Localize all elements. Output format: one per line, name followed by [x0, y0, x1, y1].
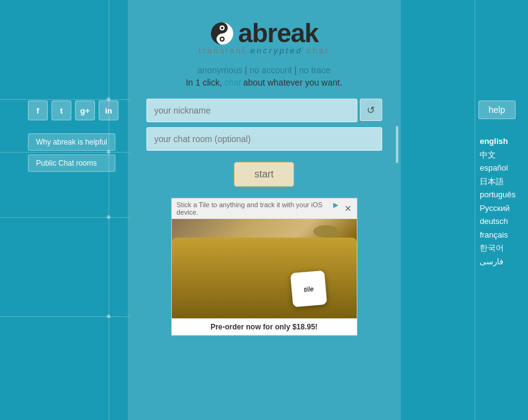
desc-after-chat: about whatever you want.	[243, 78, 342, 87]
tagline-encrypted: encrypted	[251, 46, 303, 55]
nickname-row: ↺	[146, 99, 382, 122]
facebook-button[interactable]: f	[28, 101, 48, 120]
decor-dot-4	[107, 315, 110, 318]
public-chat-rooms-button[interactable]: Public Chat rooms	[28, 154, 115, 172]
lang-english[interactable]: english	[480, 135, 516, 148]
random-nickname-button[interactable]: ↺	[360, 99, 382, 121]
lang-farsi[interactable]: فارسی	[480, 256, 516, 268]
help-button[interactable]: help	[478, 101, 516, 119]
logo-text: abreak	[199, 19, 329, 48]
advertisement: ▶ Stick a Tile to anything and track it …	[171, 198, 357, 336]
desc-chat-word: chat	[225, 78, 241, 87]
language-panel: english 中文 español 日本語 português Русский…	[480, 135, 516, 267]
decor-hline-1	[0, 99, 130, 100]
form-area: ↺	[146, 99, 382, 151]
ad-close-button[interactable]: ✕	[344, 204, 352, 213]
ad-purse	[172, 238, 357, 318]
decor-vline-right	[475, 0, 475, 420]
twitter-button[interactable]: t	[51, 101, 71, 120]
left-nav: Why abreak is helpful Public Chat rooms	[28, 133, 115, 172]
main-panel: abreak transient encrypted chat anonymou…	[128, 0, 401, 420]
linkedin-button[interactable]: in	[99, 101, 119, 120]
social-buttons-group: f t g+ in	[28, 101, 119, 120]
no-trace-link[interactable]: no trace	[299, 65, 331, 75]
chat-room-input[interactable]	[146, 127, 382, 151]
ad-header: ▶ Stick a Tile to anything and track it …	[172, 199, 357, 219]
abreak-logo-icon	[210, 21, 235, 46]
separator-2: |	[295, 65, 300, 75]
lang-russian[interactable]: Русский	[480, 202, 516, 215]
decor-hline-4	[0, 316, 130, 317]
why-abreak-button[interactable]: Why abreak is helpful	[28, 133, 115, 151]
ad-purse-zipper	[313, 225, 338, 238]
lang-portuguese[interactable]: português	[480, 189, 516, 201]
decor-hline-3	[0, 217, 130, 218]
lang-french[interactable]: français	[480, 229, 516, 241]
logo-area: abreak transient encrypted chat	[199, 19, 329, 55]
tagline-row: anonymous | no account | no trace	[197, 65, 330, 75]
lang-korean[interactable]: 한국어	[480, 242, 516, 254]
lang-japanese[interactable]: 日本語	[480, 176, 516, 188]
ad-footer: Pre-order now for only $18.95!	[172, 318, 357, 335]
left-decoration	[0, 0, 130, 420]
lang-german[interactable]: deutsch	[480, 215, 516, 228]
svg-point-3	[221, 27, 223, 29]
logo-tagline: transient encrypted chat	[199, 46, 329, 55]
no-account-link[interactable]: no account	[249, 65, 292, 75]
description: In 1 click, chat about whatever you want…	[186, 78, 342, 87]
desc-before-chat: In 1 click,	[186, 78, 221, 87]
lang-spanish[interactable]: español	[480, 162, 516, 174]
decor-dot-3	[107, 215, 110, 219]
ad-header-text: Stick a Tile to anything and track it wi…	[177, 201, 344, 216]
tile-logo-text: tile	[303, 285, 314, 293]
tagline-chat: chat	[307, 46, 329, 55]
ad-header-left: ▶ Stick a Tile to anything and track it …	[177, 201, 344, 216]
ad-image: tile	[172, 219, 357, 318]
nickname-input[interactable]	[146, 99, 357, 122]
svg-point-4	[221, 38, 223, 40]
separator-1: |	[245, 65, 250, 75]
lang-chinese[interactable]: 中文	[480, 149, 516, 161]
google-plus-button[interactable]: g+	[75, 101, 95, 120]
tagline-transient: transient	[199, 46, 250, 55]
ad-indicator: ▶	[333, 201, 338, 209]
anonymous-link[interactable]: anonymous	[197, 65, 242, 75]
ad-tile-device: tile	[290, 270, 327, 308]
decor-vline-1	[109, 0, 109, 420]
logo-name: abreak	[238, 19, 318, 48]
start-button[interactable]: start	[234, 162, 294, 187]
scroll-indicator[interactable]	[396, 126, 398, 163]
ad-play-icon: ▶	[333, 201, 338, 209]
